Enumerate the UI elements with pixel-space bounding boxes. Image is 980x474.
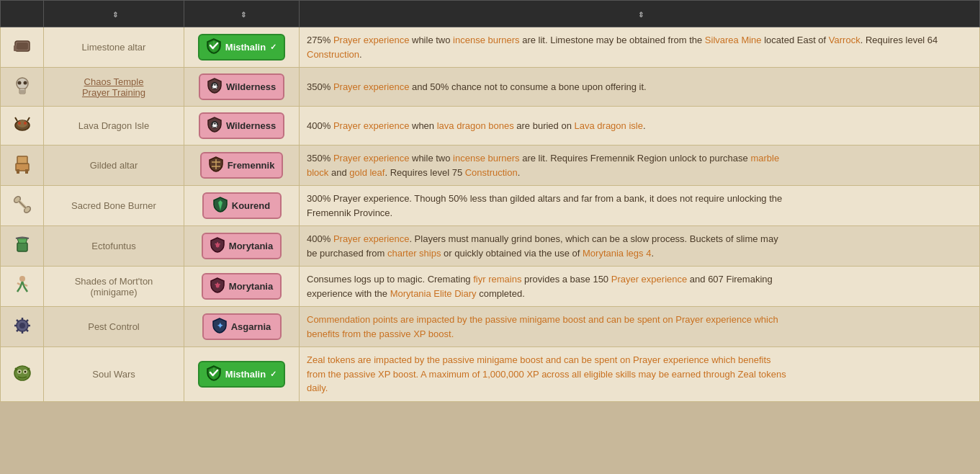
region-shield-icon [209, 156, 223, 174]
notes-cell: Consumes logs up to magic. Cremating fiy… [300, 267, 980, 307]
training-methods-table: ⇕ ⇕ ⇕ Limestone altar Misthalin✓275% Pra… [0, 0, 980, 402]
region-cell: Fremennik [184, 146, 300, 186]
region-label: Misthalin [225, 369, 266, 380]
notes-cell: 350% Prayer experience while two incense… [300, 146, 980, 186]
region-check-mark: ✓ [270, 43, 277, 52]
svg-text:☠: ☠ [212, 83, 217, 90]
region-badge: Fremennik [200, 152, 284, 179]
region-cell: ☠ Wilderness [184, 68, 300, 107]
notes-cell: 275% Prayer experience while two incense… [300, 27, 980, 68]
region-badge: ⚜ Morytania [202, 233, 282, 259]
region-shield-icon [207, 38, 221, 56]
method-cell: Gilded altar [44, 146, 184, 186]
table-row: Shades of Mort'ton(minigame) ⚜ Morytania… [1, 267, 980, 307]
method-cell: Sacred Bone Burner [44, 186, 184, 226]
region-shield-icon [213, 197, 228, 215]
notes-cell: 300% Prayer experience. Though 50% less … [300, 186, 980, 226]
method-icon [1, 226, 44, 267]
table-row: Soul Wars Misthalin✓Zeal tokens are impa… [1, 347, 980, 402]
svg-rect-26 [17, 243, 27, 251]
region-cell: Misthalin✓ [184, 27, 300, 68]
region-label: Morytania [229, 241, 273, 251]
region-label: Wilderness [226, 81, 276, 92]
notes-text: 350% Prayer experience and 50% chance no… [307, 81, 647, 92]
region-shield-icon: ☠ [207, 78, 222, 96]
method-icon [1, 68, 44, 107]
method-label: Sacred Bone Burner [71, 200, 156, 211]
region-badge: ⚜ Morytania [202, 273, 282, 300]
method-icon [1, 307, 44, 347]
svg-point-28 [19, 276, 25, 282]
svg-point-36 [18, 370, 20, 372]
notes-text: Consumes logs up to magic. Cremating fiy… [307, 274, 773, 299]
region-sort-icon: ⇕ [240, 11, 246, 19]
method-label: Soul Wars [92, 369, 135, 380]
region-cell: ✦ Asgarnia [184, 307, 300, 347]
svg-point-4 [17, 81, 21, 85]
table-row: Ectofuntus ⚜ Morytania400% Prayer experi… [1, 226, 980, 267]
method-icon [1, 186, 44, 226]
table-row: Pest Control ✦ AsgarniaCommendation poin… [1, 307, 980, 347]
notes-cell: 400% Prayer experience when lava dragon … [300, 107, 980, 146]
table-row: Gilded altar Fremennik350% Prayer experi… [1, 146, 980, 186]
region-label: Fremennik [228, 160, 275, 171]
region-cell: ☠ Wilderness [184, 107, 300, 146]
table-row: Limestone altar Misthalin✓275% Prayer ex… [1, 27, 980, 68]
method-cell: Ectofuntus [44, 226, 184, 267]
notes-text: 300% Prayer experience. Though 50% less … [307, 193, 782, 218]
svg-text:✦: ✦ [216, 321, 222, 330]
notes-text: 400% Prayer experience. Players must man… [307, 233, 778, 259]
region-label: Asgarnia [231, 321, 271, 332]
svg-point-15 [24, 122, 27, 125]
method-label: Gilded altar [90, 160, 138, 171]
col-header-region[interactable]: ⇕ [184, 1, 300, 27]
method-icon [1, 267, 44, 307]
region-shield-icon [207, 365, 221, 383]
method-icon [1, 107, 44, 146]
notes-cell: 350% Prayer experience and 50% chance no… [300, 68, 980, 107]
col-header-icon [1, 1, 44, 27]
method-label: Lava Dragon Isle [78, 120, 149, 131]
svg-line-25 [19, 201, 26, 208]
notes-text: Commendation points are impacted by the … [307, 314, 778, 339]
region-cell: Misthalin✓ [184, 347, 300, 402]
method-icon [1, 27, 44, 68]
method-cell: Lava Dragon Isle [44, 107, 184, 146]
method-cell[interactable]: Chaos TemplePrayer Training [44, 68, 184, 107]
col-header-method[interactable]: ⇕ [44, 1, 184, 27]
region-badge: Misthalin✓ [198, 361, 285, 388]
region-shield-icon: ☠ [207, 117, 222, 135]
svg-rect-21 [25, 169, 28, 174]
svg-point-37 [24, 370, 26, 372]
method-cell: Limestone altar [44, 27, 184, 68]
region-shield-icon: ✦ [212, 318, 227, 336]
svg-text:⚜: ⚜ [214, 241, 221, 249]
region-cell: ⚜ Morytania [184, 226, 300, 267]
notes-cell: Commendation points are impacted by the … [300, 307, 980, 347]
method-label: Pest Control [88, 321, 140, 332]
svg-text:⚜: ⚜ [214, 281, 221, 290]
region-check-mark: ✓ [270, 370, 277, 379]
region-shield-icon: ⚜ [210, 277, 225, 295]
method-label: Shades of Mort'ton(minigame) [75, 276, 153, 298]
svg-point-31 [19, 323, 25, 328]
table-row: Sacred Bone Burner Kourend300% Prayer ex… [1, 186, 980, 226]
svg-point-14 [18, 122, 21, 125]
col-header-notes[interactable]: ⇕ [300, 1, 980, 27]
region-shield-icon: ⚜ [210, 237, 225, 255]
table-row: Chaos TemplePrayer Training ☠ Wilderness… [1, 68, 980, 107]
region-label: Morytania [229, 281, 273, 292]
notes-text: Zeal tokens are impacted by the passive … [307, 354, 786, 393]
region-badge: Kourend [202, 192, 282, 219]
svg-text:☠: ☠ [212, 122, 217, 129]
region-badge: ☠ Wilderness [199, 73, 284, 100]
region-badge: Misthalin✓ [198, 34, 285, 61]
region-badge: ☠ Wilderness [199, 112, 284, 139]
region-cell: ⚜ Morytania [184, 267, 300, 307]
table-row: Lava Dragon Isle ☠ Wilderness400% Prayer… [1, 107, 980, 146]
method-cell: Pest Control [44, 307, 184, 347]
svg-rect-19 [17, 156, 27, 164]
region-badge: ✦ Asgarnia [202, 313, 282, 340]
notes-cell: 400% Prayer experience. Players must man… [300, 226, 980, 267]
method-link[interactable]: Chaos TemplePrayer Training [82, 76, 145, 98]
